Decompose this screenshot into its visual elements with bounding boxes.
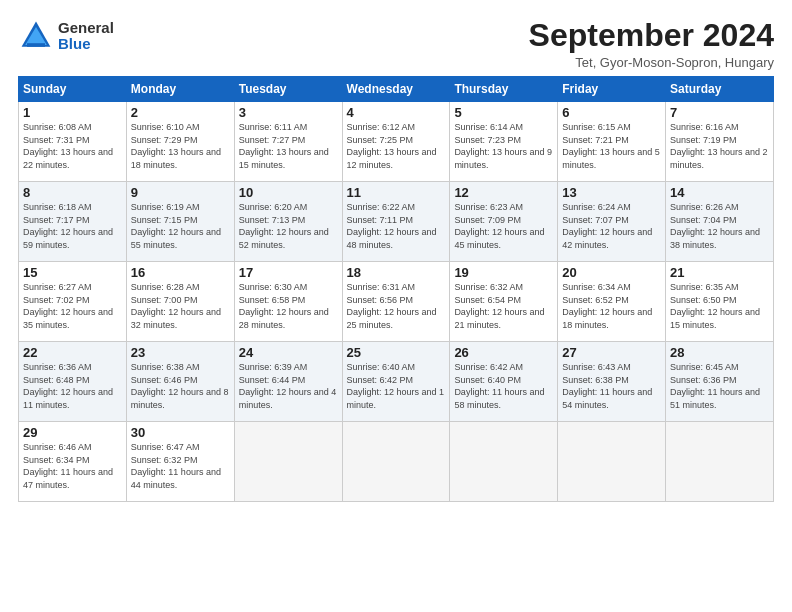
sunset-text: Sunset: 7:21 PM: [562, 135, 629, 145]
day-info: Sunrise: 6:23 AMSunset: 7:09 PMDaylight:…: [454, 201, 553, 251]
day-number: 22: [23, 345, 122, 360]
daylight-text: Daylight: 11 hours and 51 minutes.: [670, 387, 760, 410]
table-row: 28Sunrise: 6:45 AMSunset: 6:36 PMDayligh…: [666, 342, 774, 422]
day-number: 29: [23, 425, 122, 440]
sunset-text: Sunset: 6:36 PM: [670, 375, 737, 385]
daylight-text: Daylight: 13 hours and 18 minutes.: [131, 147, 221, 170]
sunset-text: Sunset: 7:23 PM: [454, 135, 521, 145]
day-info: Sunrise: 6:32 AMSunset: 6:54 PMDaylight:…: [454, 281, 553, 331]
sunset-text: Sunset: 7:13 PM: [239, 215, 306, 225]
col-friday: Friday: [558, 77, 666, 102]
day-info: Sunrise: 6:34 AMSunset: 6:52 PMDaylight:…: [562, 281, 661, 331]
sunrise-text: Sunrise: 6:26 AM: [670, 202, 739, 212]
day-number: 9: [131, 185, 230, 200]
table-row: 26Sunrise: 6:42 AMSunset: 6:40 PMDayligh…: [450, 342, 558, 422]
sunset-text: Sunset: 7:04 PM: [670, 215, 737, 225]
sunrise-text: Sunrise: 6:42 AM: [454, 362, 523, 372]
daylight-text: Daylight: 12 hours and 25 minutes.: [347, 307, 437, 330]
table-row: 22Sunrise: 6:36 AMSunset: 6:48 PMDayligh…: [19, 342, 127, 422]
table-row: 20Sunrise: 6:34 AMSunset: 6:52 PMDayligh…: [558, 262, 666, 342]
day-info: Sunrise: 6:27 AMSunset: 7:02 PMDaylight:…: [23, 281, 122, 331]
sunset-text: Sunset: 6:46 PM: [131, 375, 198, 385]
table-row: [558, 422, 666, 502]
table-row: 6Sunrise: 6:15 AMSunset: 7:21 PMDaylight…: [558, 102, 666, 182]
sunrise-text: Sunrise: 6:19 AM: [131, 202, 200, 212]
sunrise-text: Sunrise: 6:36 AM: [23, 362, 92, 372]
day-number: 13: [562, 185, 661, 200]
sunset-text: Sunset: 7:00 PM: [131, 295, 198, 305]
sunset-text: Sunset: 6:44 PM: [239, 375, 306, 385]
sunset-text: Sunset: 7:11 PM: [347, 215, 414, 225]
day-number: 18: [347, 265, 446, 280]
calendar-header-row: Sunday Monday Tuesday Wednesday Thursday…: [19, 77, 774, 102]
day-info: Sunrise: 6:14 AMSunset: 7:23 PMDaylight:…: [454, 121, 553, 171]
sunrise-text: Sunrise: 6:31 AM: [347, 282, 416, 292]
sunrise-text: Sunrise: 6:46 AM: [23, 442, 92, 452]
sunset-text: Sunset: 7:15 PM: [131, 215, 198, 225]
day-info: Sunrise: 6:42 AMSunset: 6:40 PMDaylight:…: [454, 361, 553, 411]
table-row: 18Sunrise: 6:31 AMSunset: 6:56 PMDayligh…: [342, 262, 450, 342]
daylight-text: Daylight: 12 hours and 42 minutes.: [562, 227, 652, 250]
sunrise-text: Sunrise: 6:28 AM: [131, 282, 200, 292]
daylight-text: Daylight: 12 hours and 35 minutes.: [23, 307, 113, 330]
day-info: Sunrise: 6:24 AMSunset: 7:07 PMDaylight:…: [562, 201, 661, 251]
sunset-text: Sunset: 6:38 PM: [562, 375, 629, 385]
table-row: 19Sunrise: 6:32 AMSunset: 6:54 PMDayligh…: [450, 262, 558, 342]
day-number: 23: [131, 345, 230, 360]
day-number: 20: [562, 265, 661, 280]
sunset-text: Sunset: 7:17 PM: [23, 215, 90, 225]
table-row: 25Sunrise: 6:40 AMSunset: 6:42 PMDayligh…: [342, 342, 450, 422]
day-number: 28: [670, 345, 769, 360]
day-number: 30: [131, 425, 230, 440]
sunset-text: Sunset: 7:09 PM: [454, 215, 521, 225]
table-row: 8Sunrise: 6:18 AMSunset: 7:17 PMDaylight…: [19, 182, 127, 262]
table-row: 13Sunrise: 6:24 AMSunset: 7:07 PMDayligh…: [558, 182, 666, 262]
table-row: 14Sunrise: 6:26 AMSunset: 7:04 PMDayligh…: [666, 182, 774, 262]
table-row: 24Sunrise: 6:39 AMSunset: 6:44 PMDayligh…: [234, 342, 342, 422]
logo-text: General Blue: [58, 20, 114, 53]
day-number: 21: [670, 265, 769, 280]
sunrise-text: Sunrise: 6:14 AM: [454, 122, 523, 132]
daylight-text: Daylight: 13 hours and 9 minutes.: [454, 147, 552, 170]
daylight-text: Daylight: 12 hours and 11 minutes.: [23, 387, 113, 410]
day-number: 2: [131, 105, 230, 120]
logo-general-text: General: [58, 20, 114, 37]
table-row: 7Sunrise: 6:16 AMSunset: 7:19 PMDaylight…: [666, 102, 774, 182]
sunset-text: Sunset: 6:32 PM: [131, 455, 198, 465]
sunset-text: Sunset: 6:50 PM: [670, 295, 737, 305]
daylight-text: Daylight: 13 hours and 12 minutes.: [347, 147, 437, 170]
daylight-text: Daylight: 12 hours and 18 minutes.: [562, 307, 652, 330]
daylight-text: Daylight: 12 hours and 52 minutes.: [239, 227, 329, 250]
title-block: September 2024 Tet, Gyor-Moson-Sopron, H…: [529, 18, 774, 70]
sunrise-text: Sunrise: 6:34 AM: [562, 282, 631, 292]
table-row: 21Sunrise: 6:35 AMSunset: 6:50 PMDayligh…: [666, 262, 774, 342]
day-info: Sunrise: 6:08 AMSunset: 7:31 PMDaylight:…: [23, 121, 122, 171]
day-number: 19: [454, 265, 553, 280]
day-info: Sunrise: 6:15 AMSunset: 7:21 PMDaylight:…: [562, 121, 661, 171]
table-row: 1Sunrise: 6:08 AMSunset: 7:31 PMDaylight…: [19, 102, 127, 182]
daylight-text: Daylight: 13 hours and 2 minutes.: [670, 147, 768, 170]
daylight-text: Daylight: 12 hours and 59 minutes.: [23, 227, 113, 250]
daylight-text: Daylight: 13 hours and 15 minutes.: [239, 147, 329, 170]
day-info: Sunrise: 6:30 AMSunset: 6:58 PMDaylight:…: [239, 281, 338, 331]
table-row: 2Sunrise: 6:10 AMSunset: 7:29 PMDaylight…: [126, 102, 234, 182]
day-number: 5: [454, 105, 553, 120]
sunset-text: Sunset: 6:34 PM: [23, 455, 90, 465]
sunrise-text: Sunrise: 6:16 AM: [670, 122, 739, 132]
day-info: Sunrise: 6:12 AMSunset: 7:25 PMDaylight:…: [347, 121, 446, 171]
table-row: 5Sunrise: 6:14 AMSunset: 7:23 PMDaylight…: [450, 102, 558, 182]
day-info: Sunrise: 6:47 AMSunset: 6:32 PMDaylight:…: [131, 441, 230, 491]
sunset-text: Sunset: 7:02 PM: [23, 295, 90, 305]
table-row: [450, 422, 558, 502]
day-info: Sunrise: 6:39 AMSunset: 6:44 PMDaylight:…: [239, 361, 338, 411]
sunset-text: Sunset: 7:31 PM: [23, 135, 90, 145]
day-info: Sunrise: 6:19 AMSunset: 7:15 PMDaylight:…: [131, 201, 230, 251]
header: General Blue September 2024 Tet, Gyor-Mo…: [18, 18, 774, 70]
col-monday: Monday: [126, 77, 234, 102]
calendar-row: 8Sunrise: 6:18 AMSunset: 7:17 PMDaylight…: [19, 182, 774, 262]
logo-blue-text: Blue: [58, 36, 114, 53]
sunset-text: Sunset: 7:27 PM: [239, 135, 306, 145]
day-number: 26: [454, 345, 553, 360]
sunset-text: Sunset: 7:29 PM: [131, 135, 198, 145]
sunset-text: Sunset: 6:56 PM: [347, 295, 414, 305]
